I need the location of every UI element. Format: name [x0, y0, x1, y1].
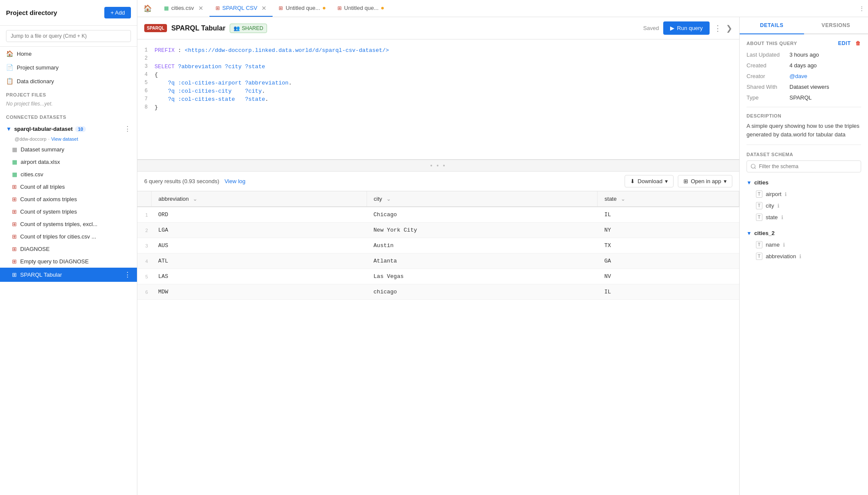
- query-icon: ⊞: [12, 221, 17, 227]
- sidebar-item-home[interactable]: 🏠 Home: [0, 47, 137, 60]
- run-query-button[interactable]: ▶ Run query: [663, 21, 710, 35]
- sidebar-item-project-summary[interactable]: 📄 Project summary: [0, 60, 137, 74]
- tab-label: Untitled que...: [285, 5, 320, 11]
- dataset-count-badge: 10: [75, 126, 85, 132]
- file-item-diagnose[interactable]: ⊞ DIAGNOSE: [0, 243, 137, 255]
- file-item-count-all-triples[interactable]: ⊞ Count of all triples: [0, 181, 137, 193]
- tabs-more-icon[interactable]: ⋮: [856, 1, 868, 16]
- schema-field-abbreviation: T abbreviation ℹ: [747, 251, 861, 262]
- file-item-label: cities.csv: [21, 171, 43, 178]
- tab-close-icon[interactable]: ✕: [198, 5, 203, 12]
- meta-label: Type: [747, 94, 789, 101]
- col-header-city[interactable]: city ⌄: [367, 191, 598, 207]
- cell-city: Chicago: [367, 207, 598, 223]
- tab-home[interactable]: 🏠: [137, 0, 158, 17]
- file-item-count-triples-cities[interactable]: ⊞ Count of triples for cities.csv ...: [0, 230, 137, 243]
- file-item-count-axioms-triples[interactable]: ⊞ Count of axioms triples: [0, 193, 137, 205]
- file-item-label: Count of system triples: [20, 208, 77, 215]
- sidebar-item-data-dictionary[interactable]: 📋 Data dictionary: [0, 74, 137, 88]
- table-row: 3 AUS Austin TX: [137, 238, 739, 254]
- resize-handle[interactable]: • • •: [137, 160, 739, 172]
- tab-close-icon[interactable]: ✕: [261, 5, 267, 12]
- query-icon: ⊞: [12, 233, 17, 240]
- meta-created: Created 4 days ago: [747, 62, 861, 69]
- tab-untitled-2[interactable]: ⊞ Untitled que...: [331, 0, 390, 16]
- info-icon[interactable]: ℹ: [783, 242, 785, 248]
- sidebar-item-label: Project summary: [17, 64, 59, 71]
- edit-link[interactable]: Edit: [838, 40, 851, 46]
- code-line-4: 4 {: [137, 71, 739, 79]
- tab-sparql-csv[interactable]: ⊞ SPARQL CSV ✕: [209, 0, 273, 17]
- code-line-8: 8 }: [137, 103, 739, 112]
- schema-table-cities-header[interactable]: ▼ cities: [747, 177, 861, 188]
- dataset-owner: @ddw-doccorp · View dataset: [0, 136, 137, 143]
- cell-abbreviation: ORD: [152, 207, 367, 223]
- meta-label: Last Updated: [747, 51, 789, 58]
- info-icon[interactable]: ℹ: [781, 214, 783, 220]
- download-label: Download: [637, 178, 662, 184]
- file-item-cities-csv[interactable]: ▦ cities.csv: [0, 168, 137, 181]
- editor-panel: SPARQL SPARQL Tabular 👥 SHARED Saved ▶ R…: [137, 17, 739, 495]
- info-icon[interactable]: ℹ: [785, 191, 787, 197]
- dataset-owner-text: @ddw-doccorp: [15, 136, 46, 142]
- trash-icon[interactable]: 🗑: [856, 40, 861, 46]
- cell-abbreviation: MDW: [152, 284, 367, 300]
- file-item-count-system-triples[interactable]: ⊞ Count of system triples: [0, 205, 137, 218]
- grid-icon: ▦: [12, 159, 17, 165]
- home-icon: 🏠: [6, 50, 13, 57]
- search-input[interactable]: [6, 30, 131, 42]
- dataset-header[interactable]: ▼ sparql-tabular-dataset 10 ⋮: [0, 121, 137, 136]
- expand-icon[interactable]: ❯: [726, 24, 732, 33]
- col-header-abbreviation[interactable]: abbreviation ⌄: [152, 191, 367, 207]
- tab-details[interactable]: DETAILS: [740, 17, 804, 34]
- tab-label: Untitled que...: [344, 5, 379, 11]
- row-number: 4: [137, 254, 152, 269]
- results-table-wrapper: abbreviation ⌄ city ⌄ state ⌄: [137, 191, 739, 495]
- creator-link[interactable]: @dave: [789, 73, 807, 79]
- sort-icon[interactable]: ⌄: [193, 196, 197, 202]
- no-files-text: No project files...yet.: [0, 99, 137, 110]
- file-item-airport-data[interactable]: ▦ airport data.xlsx: [0, 156, 137, 168]
- cell-abbreviation: LAS: [152, 269, 367, 284]
- file-item-sparql-tabular[interactable]: ⊞ SPARQL Tabular ⋮: [0, 268, 137, 282]
- file-item-count-systems-excl[interactable]: ⊞ Count of systems triples, excl...: [0, 218, 137, 230]
- view-dataset-link[interactable]: View dataset: [51, 136, 78, 142]
- meta-shared-with: Shared With Dataset viewers: [747, 84, 861, 90]
- code-line-7: 7 ?q :col-cities-state ?state.: [137, 95, 739, 103]
- info-icon[interactable]: ℹ: [799, 254, 801, 260]
- add-button[interactable]: + Add: [104, 7, 131, 18]
- query-tab-icon: ⊞: [215, 5, 220, 11]
- editor-more-icon[interactable]: ⋮: [714, 24, 722, 33]
- divider: [747, 107, 861, 107]
- tab-untitled-1[interactable]: ⊞ Untitled que...: [273, 0, 331, 16]
- file-item-label: airport data.xlsx: [21, 159, 60, 165]
- file-item-empty-diagnose[interactable]: ⊞ Empty query to DIAGNOSE: [0, 255, 137, 268]
- schema-table-cities2-header[interactable]: ▼ cities_2: [747, 227, 861, 239]
- meta-value: 3 hours ago: [789, 51, 819, 58]
- tab-cities-csv[interactable]: ▦ cities.csv ✕: [158, 0, 209, 17]
- info-icon[interactable]: ℹ: [777, 203, 780, 209]
- shared-label: SHARED: [242, 25, 263, 31]
- field-name: airport: [766, 191, 782, 197]
- download-button[interactable]: ⬇ Download ▾: [625, 175, 674, 187]
- schema-field-name: T name ℹ: [747, 239, 861, 251]
- schema-search-input[interactable]: [747, 160, 861, 172]
- chevron-down-icon: ▼: [747, 230, 752, 236]
- view-log-button[interactable]: View log: [225, 178, 246, 184]
- field-name: city: [766, 202, 774, 209]
- dataset-more-icon[interactable]: ⋮: [124, 125, 131, 133]
- cell-state: IL: [598, 207, 739, 223]
- meta-label: Shared With: [747, 84, 789, 90]
- open-in-app-button[interactable]: ⊞ Open in app ▾: [678, 175, 732, 187]
- sort-icon[interactable]: ⌄: [386, 196, 391, 202]
- file-more-icon[interactable]: ⋮: [124, 271, 131, 279]
- meta-last-updated: Last Updated 3 hours ago: [747, 51, 861, 58]
- query-icon: ⊞: [12, 184, 17, 190]
- code-editor[interactable]: 1 PREFIX : <https://ddw-doccorp.linked.d…: [137, 39, 739, 160]
- file-item-dataset-summary[interactable]: ▦ Dataset summary: [0, 143, 137, 156]
- tab-versions[interactable]: VERSIONS: [804, 17, 868, 33]
- sort-icon[interactable]: ⌄: [621, 196, 625, 202]
- file-item-label: Count of triples for cities.csv ...: [20, 233, 96, 240]
- col-header-state[interactable]: state ⌄: [598, 191, 739, 207]
- shared-badge: 👥 SHARED: [230, 24, 267, 33]
